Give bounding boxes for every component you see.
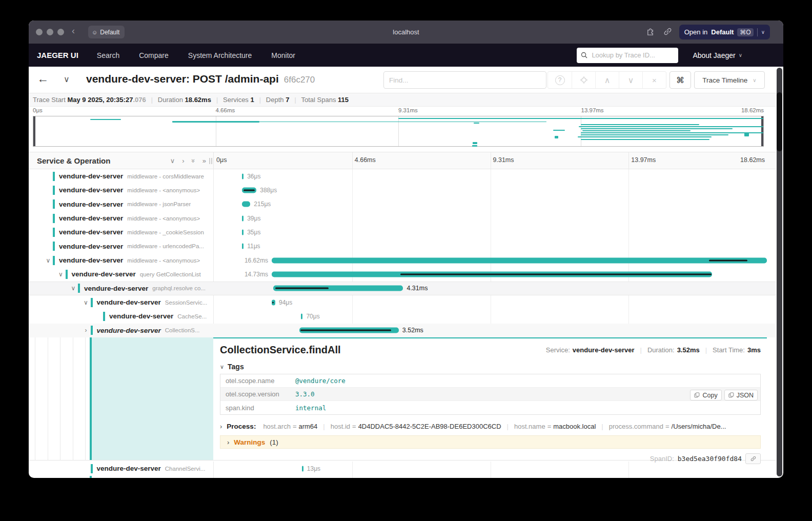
process-value: 4D4DDAC5-8442-5C2E-AB98-DE6ED300C6CD	[358, 423, 501, 430]
span-row[interactable]: vendure-dev-servermiddleware - corsMiddl…	[29, 169, 776, 183]
copy-button[interactable]: Copy	[690, 390, 721, 400]
span-row[interactable]: vendure-dev-serverCacheSe...70μs	[29, 309, 776, 323]
nav-item[interactable]: Search	[97, 51, 119, 59]
span-row-left[interactable]: ∨vendure-dev-serverquery GetCollectionLi…	[33, 267, 213, 281]
span-row-left[interactable]: vendure-dev-servermiddleware - _cookieSe…	[33, 225, 213, 239]
chevron-down-icon[interactable]: ∨	[56, 271, 66, 278]
span-row[interactable]: vendure-dev-servermiddleware - _cookieSe…	[29, 225, 776, 239]
meta-label: Start Time:	[713, 346, 745, 354]
nav-item[interactable]: Monitor	[271, 51, 295, 59]
span-row[interactable]: vendure-dev-servermiddleware - jsonParse…	[29, 197, 776, 211]
span-row[interactable]: ∨vendure-dev-servermiddleware - <anonymo…	[29, 253, 776, 267]
collapse-one-icon[interactable]: ∨	[170, 157, 175, 165]
jaeger-navbar: JAEGER UI SearchCompareSystem Architectu…	[29, 44, 783, 67]
minimap-right-handle[interactable]	[761, 116, 763, 146]
tag-row[interactable]: otel.scope.name@vendure/core	[220, 374, 760, 388]
span-row-timeline[interactable]: 3.52ms	[213, 324, 767, 337]
collapse-all-icon[interactable]: »	[190, 158, 197, 162]
back-arrow-button[interactable]: ←	[37, 72, 49, 86]
trace-view-selector[interactable]: Trace Timeline ∨	[694, 71, 765, 89]
duration-label: 388μs	[260, 187, 277, 194]
meta-value: vendure-dev-server	[573, 346, 635, 354]
span-row[interactable]: ∨vendure-dev-servergraphql.resolve co...…	[29, 282, 776, 295]
find-help-button[interactable]: ?	[548, 72, 572, 88]
chevron-right-icon[interactable]: ›	[82, 327, 91, 334]
meta-value: 3ms	[747, 346, 761, 354]
span-row-left[interactable]: ∨vendure-dev-servermiddleware - <anonymo…	[33, 253, 213, 267]
span-row-timeline[interactable]: 388μs	[213, 183, 767, 197]
span-row[interactable]: vendure-dev-servermiddleware - <anonymou…	[29, 211, 776, 225]
span-row[interactable]: vendure-dev-servermiddleware - <anonymou…	[29, 183, 776, 197]
span-row-left[interactable]: ›vendure-dev-serverCollectionS...	[33, 324, 213, 337]
span-row-left[interactable]: vendure-dev-servermiddleware - <anonymou…	[33, 211, 213, 225]
extensions-icon[interactable]	[646, 27, 656, 36]
span-row-timeline[interactable]: 36μs	[213, 169, 767, 183]
nav-item[interactable]: System Architecture	[188, 51, 252, 59]
keyboard-shortcuts-button[interactable]: ⌘	[669, 71, 691, 89]
span-service-name: vendure-dev-server	[59, 256, 123, 264]
chevron-down-icon[interactable]: ∨	[761, 29, 765, 35]
about-jaeger-menu[interactable]: About Jaeger ∨	[693, 51, 742, 59]
collapse-header-icon[interactable]: ∨	[64, 74, 70, 84]
span-row-left[interactable]: vendure-dev-servermiddleware - corsMiddl…	[33, 169, 213, 183]
expand-all-icon[interactable]: »	[202, 157, 206, 165]
warnings-accordion[interactable]: › Warnings (1)	[220, 435, 761, 449]
span-row[interactable]: ∨vendure-dev-serverquery GetCollectionLi…	[29, 267, 776, 281]
trace-id-lookup[interactable]	[577, 48, 678, 63]
scrollbar-thumb[interactable]	[777, 92, 782, 151]
span-row-left[interactable]: vendure-dev-servermiddleware - <anonymou…	[33, 183, 213, 197]
minimap-span-line	[172, 121, 260, 123]
json-button[interactable]: JSON	[724, 390, 758, 400]
span-row[interactable]: ∨vendure-dev-serverSessionServic...94μs	[29, 295, 776, 309]
meta-label: Service:	[546, 346, 570, 354]
chevron-down-icon[interactable]: ∨	[69, 285, 78, 292]
duration-label: 35μs	[247, 229, 260, 236]
span-operation-name: middleware - urlencodedPa...	[127, 243, 204, 249]
span-row-timeline[interactable]: 16.62ms	[213, 253, 767, 267]
prev-result-button[interactable]: ∧	[595, 72, 619, 88]
span-duration-bar	[242, 202, 250, 207]
span-row[interactable]: vendure-dev-serverChannelServi...13μs	[29, 462, 776, 475]
jaeger-logo[interactable]: JAEGER UI	[37, 51, 78, 59]
focus-span-button[interactable]	[572, 72, 595, 88]
tags-accordion[interactable]: ∨ Tags	[220, 361, 761, 372]
span-row-left[interactable]: ∨vendure-dev-serverSessionServic...	[33, 295, 213, 309]
tag-row[interactable]: otel.scope.version3.3.0	[220, 388, 760, 401]
share-link-icon[interactable]	[663, 27, 673, 36]
span-row-timeline[interactable]: 35μs	[213, 225, 767, 239]
open-in-default-button[interactable]: Open in Default ⌘O ∨	[679, 25, 770, 39]
clear-find-button[interactable]: ×	[642, 72, 666, 88]
find-input[interactable]	[383, 71, 546, 89]
span-row-timeline[interactable]: 215μs	[213, 197, 767, 211]
tag-key: otel.scope.name	[220, 377, 295, 385]
span-row-timeline[interactable]: 4.31ms	[213, 282, 767, 295]
trace-minimap[interactable]	[33, 116, 764, 147]
span-operation-name: CacheSe...	[177, 313, 207, 319]
span-row-timeline[interactable]: 39μs	[213, 211, 767, 225]
column-resize-handle[interactable]	[209, 158, 212, 164]
span-row-left[interactable]: vendure-dev-servermiddleware - urlencode…	[33, 239, 213, 253]
span-row[interactable]: ›vendure-dev-serverCollectionS...3.52ms	[29, 324, 776, 337]
span-row-timeline[interactable]: 70μs	[213, 309, 767, 323]
stat-value: 18.62ms	[185, 96, 211, 104]
span-row-timeline[interactable]: 14.73ms	[213, 267, 767, 281]
minimap-left-handle[interactable]	[33, 116, 35, 146]
span-row-left[interactable]: vendure-dev-serverCacheSe...	[33, 309, 213, 323]
span-color-bar	[91, 326, 93, 335]
nav-item[interactable]: Compare	[139, 51, 169, 59]
span-row[interactable]: vendure-dev-servermiddleware - urlencode…	[29, 239, 776, 253]
browser-tab[interactable]: ☺ Default	[88, 26, 125, 38]
span-row-timeline[interactable]: 11μs	[213, 239, 767, 253]
span-row-timeline[interactable]: 13μs	[213, 462, 767, 475]
span-row-left[interactable]: ∨vendure-dev-servergraphql.resolve co...	[33, 282, 213, 295]
chevron-down-icon[interactable]: ∨	[82, 299, 91, 306]
tag-row[interactable]: span.kindinternal	[220, 401, 760, 414]
expand-one-icon[interactable]: ›	[182, 157, 184, 165]
lookup-input[interactable]	[591, 51, 674, 59]
next-result-button[interactable]: ∨	[619, 72, 642, 88]
span-row-left[interactable]: vendure-dev-servermiddleware - jsonParse…	[33, 197, 213, 211]
chevron-down-icon[interactable]: ∨	[44, 257, 53, 264]
process-accordion[interactable]: › Process: host.arch=arm64|host.id=4D4DD…	[220, 420, 761, 432]
span-row-timeline[interactable]: 94μs	[213, 295, 767, 309]
span-row-left[interactable]: vendure-dev-serverChannelServi...	[33, 462, 213, 475]
